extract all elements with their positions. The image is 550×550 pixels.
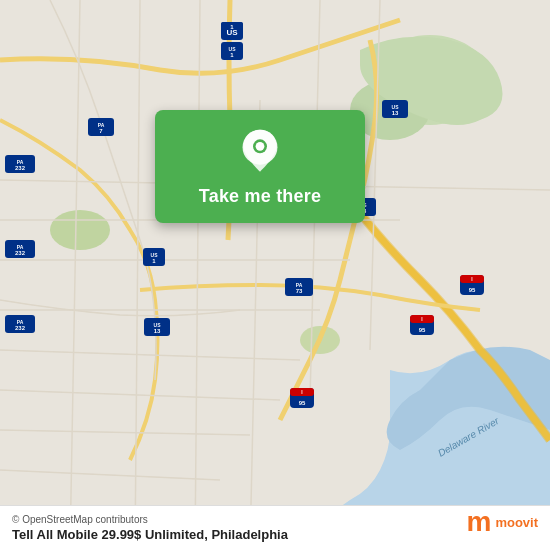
svg-point-4 xyxy=(50,210,110,250)
moovit-logo: m moovit xyxy=(466,508,538,536)
svg-text:13: 13 xyxy=(392,110,399,116)
svg-text:73: 73 xyxy=(296,288,303,294)
svg-text:232: 232 xyxy=(15,165,26,171)
svg-text:13: 13 xyxy=(154,328,161,334)
svg-text:232: 232 xyxy=(15,325,26,331)
svg-text:95: 95 xyxy=(419,327,426,333)
svg-point-69 xyxy=(256,142,265,151)
moovit-m-letter: m xyxy=(466,508,491,536)
map-container: US 1 US 1 US 13 US 13 PA 232 PA 232 PA 2… xyxy=(0,0,550,550)
take-me-there-button[interactable]: Take me there xyxy=(199,186,321,207)
map-background: US 1 US 1 US 13 US 13 PA 232 PA 232 PA 2… xyxy=(0,0,550,550)
osm-attribution: © OpenStreetMap contributors xyxy=(12,514,538,525)
place-name: Tell All Mobile 29.99$ Unlimited, Philad… xyxy=(12,527,538,542)
svg-text:95: 95 xyxy=(469,287,476,293)
svg-text:95: 95 xyxy=(299,400,306,406)
action-card: Take me there xyxy=(155,110,365,223)
svg-text:232: 232 xyxy=(15,250,26,256)
location-pin-icon xyxy=(236,128,284,176)
moovit-wordmark: moovit xyxy=(495,515,538,530)
